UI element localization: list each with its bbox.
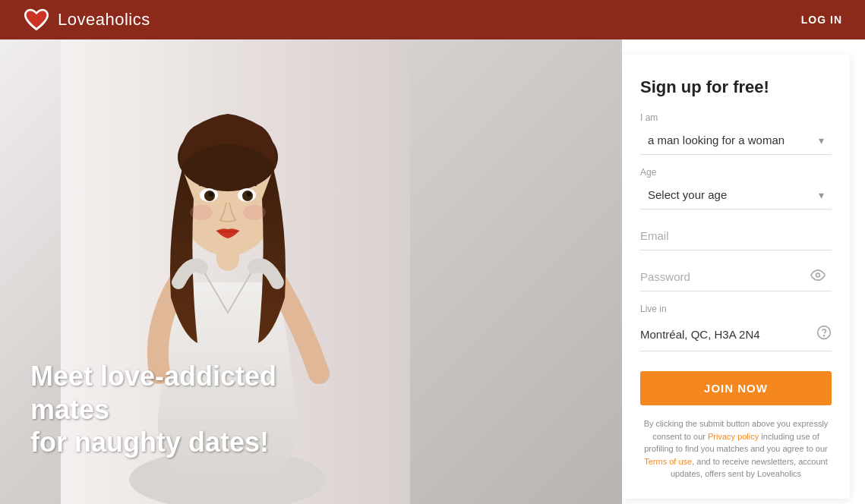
signup-form-card: Sign up for free! I am a man looking for… bbox=[622, 55, 850, 499]
terms-link[interactable]: Terms of use bbox=[644, 457, 692, 466]
password-group bbox=[640, 263, 832, 291]
svg-point-12 bbox=[243, 205, 266, 220]
form-title: Sign up for free! bbox=[640, 77, 832, 97]
logo-area: Loveaholics bbox=[23, 8, 150, 32]
age-label: Age bbox=[640, 167, 832, 178]
svg-point-13 bbox=[816, 273, 820, 277]
email-input[interactable] bbox=[640, 222, 832, 250]
age-select-wrapper: Select your age 181920 212530 354045 505… bbox=[640, 181, 832, 209]
svg-point-11 bbox=[190, 205, 213, 220]
join-now-button[interactable]: JOIN NOW bbox=[640, 371, 832, 405]
i-am-label: I am bbox=[640, 112, 832, 123]
svg-point-10 bbox=[247, 192, 251, 197]
age-group: Age Select your age 181920 212530 354045… bbox=[640, 167, 832, 209]
live-in-label: Live in bbox=[640, 304, 832, 314]
live-in-value: Montréal, QC, H3A 2N4 bbox=[640, 328, 816, 341]
logo-heart-icon bbox=[23, 8, 50, 32]
hero-text: Meet love-addicted mates for naughty dat… bbox=[30, 360, 349, 458]
logo-text: Loveaholics bbox=[58, 10, 150, 30]
disclaimer-text: By clicking the submit button above you … bbox=[640, 417, 832, 480]
live-in-group: Live in Montréal, QC, H3A 2N4 bbox=[640, 304, 832, 351]
main-content: Meet love-addicted mates for naughty dat… bbox=[0, 39, 865, 504]
i-am-group: I am a man looking for a woman a woman l… bbox=[640, 112, 832, 155]
hero-tagline: Meet love-addicted mates for naughty dat… bbox=[30, 360, 349, 458]
password-input-wrapper bbox=[640, 263, 832, 291]
email-group bbox=[640, 222, 832, 250]
login-link[interactable]: LOG IN bbox=[801, 14, 842, 26]
header: Loveaholics LOG IN bbox=[0, 0, 865, 39]
i-am-select-wrapper: a man looking for a woman a woman lookin… bbox=[640, 126, 832, 155]
password-visibility-icon[interactable] bbox=[810, 268, 826, 287]
svg-point-9 bbox=[209, 192, 213, 197]
live-in-field: Montréal, QC, H3A 2N4 bbox=[640, 317, 832, 351]
privacy-policy-link[interactable]: Privacy policy bbox=[708, 432, 759, 441]
password-input[interactable] bbox=[640, 263, 832, 291]
age-select[interactable]: Select your age 181920 212530 354045 505… bbox=[640, 181, 832, 209]
i-am-select[interactable]: a man looking for a woman a woman lookin… bbox=[640, 126, 832, 155]
hero-section: Meet love-addicted mates for naughty dat… bbox=[0, 39, 622, 504]
live-in-help-icon[interactable] bbox=[816, 325, 832, 343]
